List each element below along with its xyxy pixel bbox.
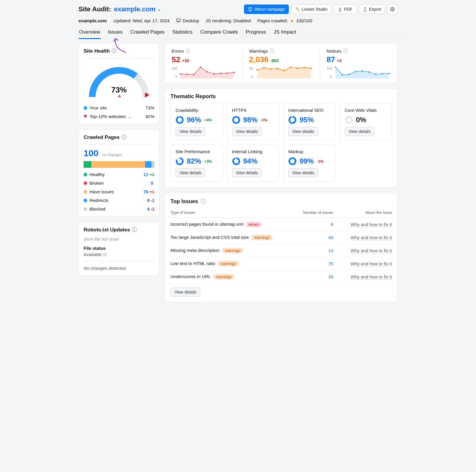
download-icon	[338, 7, 342, 12]
settings-button[interactable]	[387, 4, 397, 14]
meta-domain: example.com	[79, 18, 107, 23]
tab-statistics[interactable]: Statistics	[172, 26, 193, 39]
crawled-pages-card: Crawled Pages ⓘ 100 no changes Healthy 1…	[79, 129, 159, 217]
svg-point-39	[346, 117, 352, 123]
table-row[interactable]: Missing meta descriptionwarnings 13 Why …	[165, 244, 397, 257]
thematic-card-international-seo: International SEO 95% View details	[283, 103, 336, 140]
robots-file-status-value[interactable]: Available	[84, 252, 107, 257]
desktop-icon	[176, 18, 181, 23]
svg-point-19	[283, 70, 285, 71]
thematic-card-core-web-vitals: Core Web Vitals 0% View details	[340, 103, 392, 140]
upload-icon	[363, 7, 367, 12]
robots-no-changes: No changes detected	[84, 261, 154, 274]
info-icon[interactable]: ⓘ	[132, 226, 137, 233]
info-icon[interactable]: ⓘ	[186, 48, 190, 54]
site-health-title: Site Health	[84, 48, 110, 54]
svg-point-46	[289, 158, 296, 164]
domain-selector[interactable]: example.com ⌄	[114, 5, 161, 13]
view-details-button[interactable]: View details	[345, 127, 375, 136]
svg-point-30	[375, 73, 376, 75]
svg-point-10	[206, 71, 208, 73]
domain-text: example.com	[114, 5, 155, 13]
info-icon[interactable]: ⓘ	[121, 134, 126, 141]
svg-point-28	[361, 70, 363, 72]
crawled-row-healthy[interactable]: Healthy 11+1	[84, 172, 154, 177]
svg-point-3	[392, 9, 393, 10]
table-row[interactable]: Low text to HTML ratiowarnings 75 Why an…	[165, 257, 397, 270]
top-issues-title: Top Issues	[170, 198, 198, 205]
svg-point-13	[227, 72, 228, 74]
why-fix-link[interactable]: Why and how to fix it	[351, 248, 392, 253]
info-icon[interactable]: ⓘ	[201, 198, 206, 205]
crawled-row-redirects[interactable]: Redirects 9-1	[84, 198, 154, 203]
stat-errors[interactable]: Errorsⓘ 52+30 1060	[165, 43, 242, 83]
svg-point-7	[187, 73, 188, 75]
svg-point-31	[382, 73, 383, 75]
view-details-button[interactable]: View details	[288, 127, 318, 136]
gauge-chart: 73% -6	[86, 64, 152, 100]
why-fix-link[interactable]: Why and how to fix it	[351, 261, 392, 266]
page-title: Site Audit:	[79, 5, 111, 13]
stat-warnings[interactable]: Warningsⓘ 2,036-963 3K0	[242, 43, 320, 83]
table-row[interactable]: Too large JavaScript and CSS total sizew…	[165, 231, 397, 244]
legend-top10[interactable]: Top-10% websites ⌄ 92%	[84, 114, 154, 119]
view-details-button[interactable]: View details	[176, 168, 205, 177]
warning-triangle-icon: ▲	[289, 18, 294, 23]
export-button[interactable]: Export	[359, 4, 385, 14]
chevron-down-icon: ⌄	[128, 115, 131, 119]
stat-notices[interactable]: Noticesⓘ 87+3 1900	[320, 43, 397, 83]
why-fix-link[interactable]: Why and how to fix it	[351, 274, 392, 280]
issue-badge: warnings	[251, 235, 273, 240]
svg-point-23	[310, 68, 311, 69]
view-details-button[interactable]: View details	[232, 168, 262, 177]
looker-studio-button[interactable]: Looker Studio	[291, 4, 331, 14]
pdf-button[interactable]: PDF	[334, 4, 356, 14]
crawled-pages-title: Crawled Pages	[84, 134, 120, 140]
why-fix-link[interactable]: Why and how to fix it	[351, 235, 392, 240]
crawled-row-have-issues[interactable]: Have issues 76+1	[84, 189, 154, 194]
svg-point-8	[193, 74, 195, 75]
view-details-button[interactable]: View details	[176, 127, 205, 136]
crawled-row-blocked[interactable]: Blocked 4-1	[84, 206, 154, 211]
tab-overview[interactable]: Overview	[79, 26, 101, 39]
issue-badge: warnings	[217, 261, 239, 266]
thematic-card-internal-linking: Internal Linking 94% View details	[227, 145, 279, 182]
svg-rect-4	[177, 19, 180, 21]
info-icon[interactable]: ⓘ	[343, 48, 348, 54]
thematic-card-site-performance: Site Performance 82% +3% View details	[170, 145, 223, 182]
thematic-reports-card: Thematic Reports Crawlability 96% +4% Vi…	[165, 88, 397, 187]
view-details-button[interactable]: View details	[288, 168, 318, 177]
rerun-campaign-button[interactable]: Rerun campaign	[244, 4, 289, 14]
tab-js-impact[interactable]: JS Impact	[273, 26, 297, 39]
thematic-card-markup: Markup 99% -1% View details	[283, 145, 336, 182]
svg-point-36	[233, 117, 239, 123]
tab-progress[interactable]: Progress	[245, 26, 267, 39]
table-row[interactable]: Underscores in URLwarnings 16 Why and ho…	[165, 270, 397, 283]
view-details-button[interactable]: View details	[232, 127, 262, 136]
stats-row-card: Errorsⓘ 52+30 1060 Warningsⓘ 2,036-963 3…	[165, 43, 397, 83]
svg-point-15	[256, 69, 258, 70]
svg-point-12	[220, 73, 221, 74]
issue-badge: errors	[246, 222, 262, 227]
table-row[interactable]: Incorrect pages found in sitemap.xmlerro…	[165, 218, 397, 231]
svg-point-16	[263, 67, 265, 69]
site-health-card: Site Health ⓘ 73% -6	[79, 43, 159, 124]
svg-point-21	[297, 68, 298, 69]
crawled-row-broken[interactable]: Broken 0	[84, 181, 154, 186]
info-icon[interactable]: ⓘ	[270, 48, 274, 54]
gauge-value: 73%	[111, 85, 127, 94]
tab-crawled-pages[interactable]: Crawled Pages	[130, 26, 165, 39]
tab-compare-crawls[interactable]: Compare Crawls	[200, 26, 239, 39]
tab-issues[interactable]: Issues	[107, 26, 123, 39]
top-issues-card: Top Issues ⓘ Type of issuesNumber of iss…	[165, 193, 397, 302]
triangle-down-icon	[84, 115, 87, 118]
info-icon[interactable]: ⓘ	[112, 48, 117, 54]
robots-card: Robots.txt Updates ⓘ since the last craw…	[79, 222, 159, 276]
why-fix-link[interactable]: Why and how to fix it	[351, 222, 392, 227]
view-details-button[interactable]: View details	[170, 288, 200, 297]
issue-badge: warnings	[213, 274, 234, 280]
thematic-title: Thematic Reports	[165, 89, 397, 103]
robots-file-status-label: File status	[84, 246, 154, 251]
looker-icon	[295, 7, 300, 12]
legend-your-site: Your site 73%	[84, 105, 154, 110]
